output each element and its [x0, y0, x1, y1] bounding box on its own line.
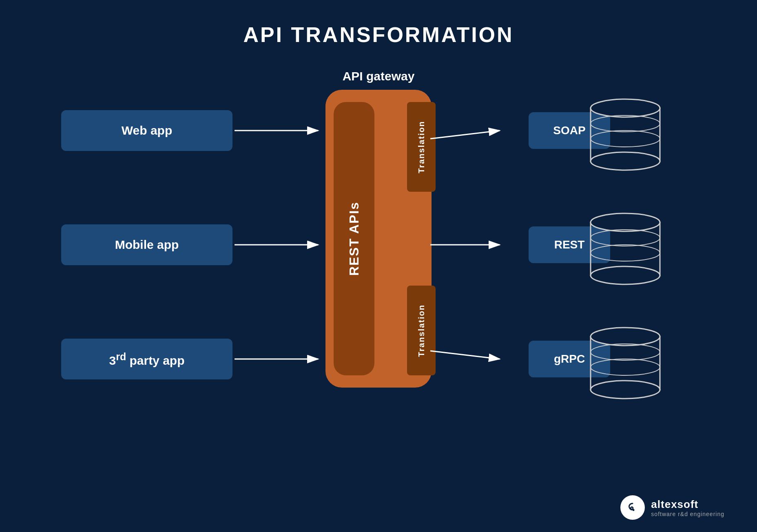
rest-apis-label: REST APIs	[347, 202, 362, 276]
app-box-web-label: Web app	[122, 124, 172, 137]
proto-label-grpc: gRPC	[554, 352, 585, 366]
page-title: API TRANSFORMATION	[0, 0, 757, 47]
svg-point-14	[591, 266, 660, 284]
app-box-web: Web app	[61, 110, 232, 151]
altexsoft-text: altexsoft software r&d engineering	[651, 498, 724, 517]
app-box-mobile: Mobile app	[61, 224, 232, 265]
proto-box-rest: REST	[529, 226, 610, 263]
translation-label-top: Translation	[417, 121, 426, 173]
translation-box-bottom: Translation	[407, 286, 436, 375]
gateway-outer: REST APIs Translation Translation	[325, 90, 432, 388]
proto-label-rest: REST	[554, 238, 585, 251]
altexsoft-icon	[620, 495, 645, 520]
app-box-mobile-label: Mobile app	[115, 238, 179, 252]
svg-point-9	[591, 152, 660, 170]
proto-box-grpc: gRPC	[529, 341, 610, 377]
translation-label-bottom: Translation	[417, 304, 426, 357]
translation-box-top: Translation	[407, 102, 436, 192]
app-box-party: 3rd party app	[61, 339, 232, 379]
app-box-party-label: 3rd party app	[109, 351, 184, 368]
svg-point-23	[633, 509, 635, 511]
svg-point-19	[591, 381, 660, 399]
svg-line-4	[430, 131, 500, 139]
proto-box-soap: SOAP	[529, 112, 610, 149]
altexsoft-logo: altexsoft software r&d engineering	[620, 495, 724, 520]
altexsoft-sub: software r&d engineering	[651, 511, 724, 517]
diagram-container: API gateway REST APIs Translation Transl…	[0, 57, 757, 532]
gateway-inner: REST APIs	[334, 102, 374, 375]
proto-label-soap: SOAP	[553, 124, 585, 137]
altexsoft-name: altexsoft	[651, 498, 724, 511]
api-gateway-label: API gateway	[343, 69, 415, 83]
svg-line-6	[430, 351, 500, 359]
